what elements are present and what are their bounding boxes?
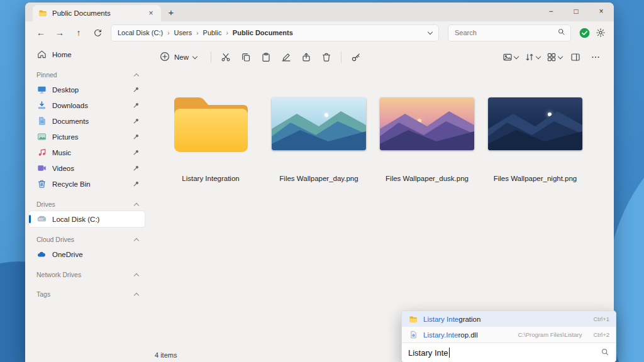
navigation-bar: ← → ↑ Local Disk (C:) › Users › Public ›…: [25, 21, 614, 44]
key-button[interactable]: [347, 48, 365, 67]
sidebar-item-label: Recycle Bin: [52, 180, 91, 188]
sidebar-section-pinned[interactable]: Pinned: [29, 68, 145, 82]
chevron-up-icon[interactable]: [134, 292, 139, 297]
breadcrumb-item[interactable]: Users: [174, 29, 192, 36]
forward-button[interactable]: →: [52, 25, 68, 41]
file-item-wallpaper-dusk[interactable]: Files Wallpaper_dusk.png: [380, 87, 474, 182]
chevron-up-icon[interactable]: [134, 73, 139, 78]
sidebar-item-pictures[interactable]: Pictures: [29, 129, 145, 145]
up-button[interactable]: ↑: [70, 25, 87, 41]
breadcrumb-item[interactable]: Local Disk (C:): [118, 29, 163, 36]
sidebar-item-desktop[interactable]: Desktop: [29, 82, 145, 97]
sidebar-item-videos[interactable]: Videos: [29, 160, 145, 176]
result-name: Listary.Interop.dll: [423, 331, 478, 339]
cut-button[interactable]: [216, 48, 235, 67]
breadcrumb-separator-icon: ›: [196, 30, 198, 36]
sidebar-section-tags[interactable]: Tags: [29, 287, 145, 301]
maximize-button[interactable]: □: [564, 3, 589, 20]
paste-button[interactable]: [257, 48, 275, 67]
search-box[interactable]: [448, 25, 571, 41]
chevron-up-icon[interactable]: [134, 202, 139, 207]
videos-icon: [36, 163, 47, 173]
pin-icon: [133, 133, 140, 140]
titlebar: Public Documents × + − □ ×: [25, 3, 614, 21]
pin-icon: [133, 165, 140, 172]
listary-search-icon[interactable]: [601, 348, 609, 358]
close-button[interactable]: ×: [589, 3, 614, 20]
music-icon: [36, 148, 47, 157]
new-plus-icon: [160, 52, 170, 63]
sidebar-item-label: Local Disk (C:): [52, 216, 99, 223]
section-label: Cloud Drives: [36, 236, 74, 243]
pin-icon: [133, 86, 140, 93]
chevron-down-icon: [514, 54, 519, 59]
wallpaper-thumbnail: [488, 97, 582, 150]
sidebar-item-music[interactable]: Music: [29, 145, 145, 160]
details-pane-button[interactable]: [566, 48, 585, 67]
pin-icon: [133, 149, 140, 156]
sidebar-item-recycle-bin[interactable]: Recycle Bin: [29, 176, 145, 192]
file-item-wallpaper-night[interactable]: Files Wallpaper_night.png: [488, 87, 582, 182]
copy-button[interactable]: [236, 48, 255, 67]
chevron-up-icon[interactable]: [134, 273, 139, 278]
refresh-button[interactable]: [89, 25, 106, 41]
sidebar-item-label: Videos: [52, 165, 74, 172]
sidebar-section-cloud-drives[interactable]: Cloud Drives: [29, 233, 145, 246]
new-button-label: New: [174, 53, 189, 61]
sidebar-section-drives[interactable]: Drives: [29, 197, 145, 211]
sidebar-item-downloads[interactable]: Downloads: [29, 97, 145, 113]
listary-result-dll[interactable]: Listary.Interop.dll C:\Program Files\Lis…: [402, 327, 616, 343]
file-name: Listary Integration: [182, 175, 239, 182]
rename-button[interactable]: [277, 48, 296, 67]
matched-text: Listary.Inte: [423, 331, 458, 339]
chevron-down-icon: [558, 54, 563, 59]
file-name: Files Wallpaper_night.png: [494, 175, 577, 182]
file-item-listary-integration[interactable]: Listary Integration: [164, 87, 258, 182]
recycle-bin-icon: [36, 179, 47, 189]
result-shortcut: Ctrl+1: [593, 315, 609, 322]
tab-close-icon[interactable]: ×: [146, 8, 156, 18]
back-button[interactable]: ←: [33, 25, 49, 41]
toolbar-divider: [341, 52, 341, 63]
view-mode-button[interactable]: [544, 52, 565, 62]
sidebar-section-network-drives[interactable]: Network Drives: [29, 268, 145, 282]
chevron-down-icon: [536, 54, 541, 59]
more-options-button[interactable]: [586, 48, 605, 67]
listary-search-input[interactable]: Listary Inte: [402, 343, 616, 362]
sync-status-icon[interactable]: [577, 26, 591, 40]
minimize-button[interactable]: −: [538, 3, 564, 20]
new-tab-button[interactable]: +: [164, 4, 179, 19]
tab-title: Public Documents: [52, 9, 142, 17]
delete-button[interactable]: [317, 48, 336, 67]
pin-icon: [133, 180, 140, 187]
desktop-icon: [36, 85, 47, 94]
address-dropdown-icon[interactable]: [428, 30, 433, 35]
file-item-wallpaper-day[interactable]: Files Wallpaper_day.png: [272, 87, 366, 182]
file-explorer-window: Public Documents × + − □ × ← → ↑ Local D…: [25, 3, 614, 362]
sidebar-item-documents[interactable]: Documents: [29, 113, 145, 129]
breadcrumb[interactable]: Local Disk (C:) › Users › Public › Publi…: [111, 25, 439, 41]
new-button[interactable]: New: [155, 48, 202, 67]
sidebar: Home Pinned Desktop: [25, 44, 147, 362]
sidebar-item-onedrive[interactable]: OneDrive: [29, 246, 145, 262]
section-label: Tags: [36, 290, 50, 298]
tab-public-documents[interactable]: Public Documents ×: [33, 5, 161, 21]
settings-gear-icon[interactable]: [594, 26, 608, 40]
rest-text: rop.dll: [458, 331, 477, 339]
breadcrumb-item[interactable]: Public: [203, 29, 222, 36]
sidebar-item-label: Desktop: [52, 86, 79, 94]
sort-button[interactable]: [522, 52, 543, 62]
breadcrumb-item-current[interactable]: Public Documents: [233, 29, 293, 36]
matched-text: Listary Inte: [423, 315, 458, 323]
sidebar-item-label: Music: [52, 149, 71, 156]
listary-result-folder[interactable]: Listary Integration Ctrl+1: [402, 311, 616, 327]
item-count: 4 items: [155, 351, 177, 359]
share-button[interactable]: [297, 48, 316, 67]
section-label: Drives: [36, 200, 55, 208]
drive-icon: [36, 214, 47, 224]
chevron-up-icon[interactable]: [134, 238, 139, 243]
search-input[interactable]: [453, 28, 557, 37]
layout-button[interactable]: [500, 52, 521, 62]
sidebar-item-local-disk[interactable]: Local Disk (C:): [29, 211, 145, 227]
sidebar-item-home[interactable]: Home: [29, 47, 145, 62]
